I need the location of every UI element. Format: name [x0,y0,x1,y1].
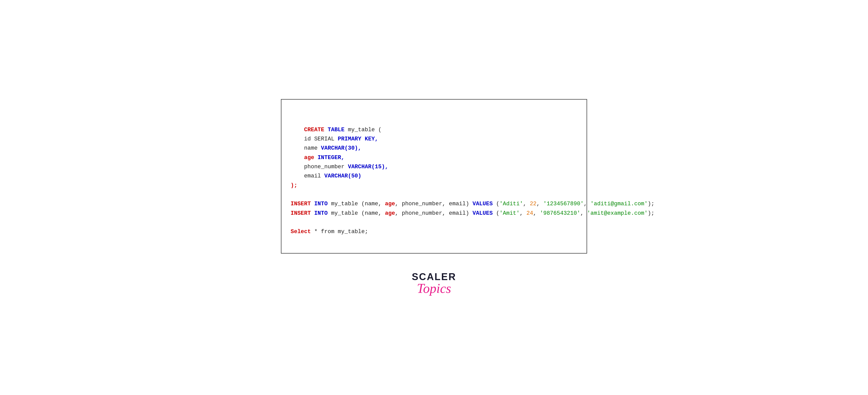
insert2-name: 'Amit' [500,210,520,217]
logo-area: SCALER Topics [412,272,456,296]
values1-keyword: VALUES [472,201,493,207]
sql-code: CREATE TABLE my_table ( id SERIAL PRIMAR… [290,107,578,246]
insert1-email: 'aditi@gmail.com' [590,201,648,207]
age-keyword: age [304,154,314,161]
varchar30-keyword: VARCHAR(30), [321,145,361,151]
insert2-age: 24 [526,210,533,217]
topics-logo-text: Topics [417,281,451,296]
into2-keyword: INTO [314,210,328,217]
insert1-name: 'Aditi' [500,201,523,207]
code-block-container: CREATE TABLE my_table ( id SERIAL PRIMAR… [281,99,587,253]
primary-key-keyword: PRIMARY KEY, [338,136,378,142]
insert1-phone: '1234567890' [543,201,584,207]
insert1-age: 22 [530,201,536,207]
close-paren: ); [290,182,297,189]
insert2-phone: '9876543210' [540,210,580,217]
varchar50-keyword: VARCHAR(50) [324,173,361,179]
insert2-email: 'amit@example.com' [587,210,648,217]
insert1-keyword: INSERT [290,201,311,207]
insert2-keyword: INSERT [290,210,311,217]
values2-keyword: VALUES [472,210,493,217]
create-keyword: CREATE [304,126,324,133]
into1-keyword: INTO [314,201,328,207]
table-keyword: TABLE [328,126,344,133]
age2-keyword: age [385,210,395,217]
age1-keyword: age [385,201,395,207]
select-statement: Select [290,228,311,235]
integer-keyword: INTEGER, [318,154,345,161]
varchar15-keyword: VARCHAR(15), [348,164,388,170]
